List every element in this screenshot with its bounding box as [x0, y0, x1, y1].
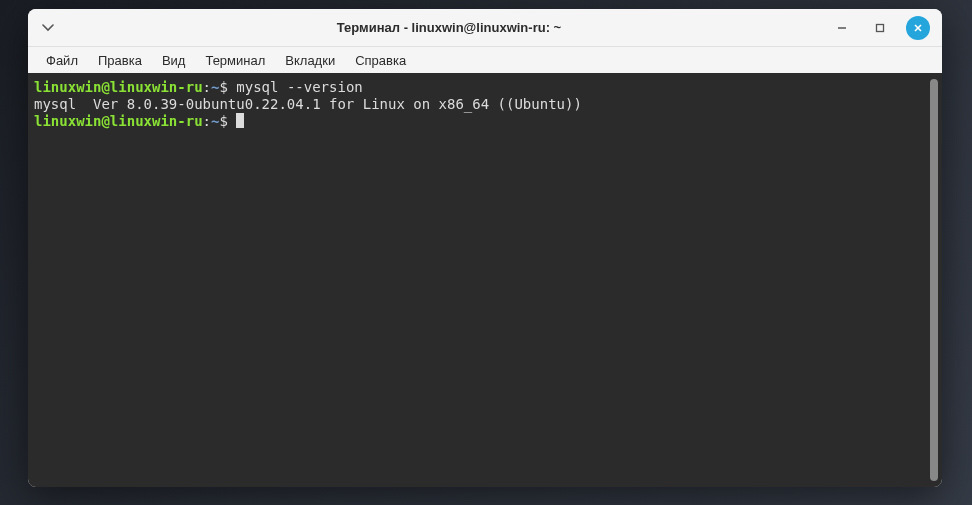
command-output: mysql Ver 8.0.39-0ubuntu0.22.04.1 for Li…: [34, 96, 582, 112]
terminal-output-area[interactable]: linuxwin@linuxwin-ru:~$ mysql --version …: [28, 73, 942, 487]
command-text: mysql --version: [228, 79, 363, 95]
terminal-window: Терминал - linuxwin@linuxwin-ru: ~ Файл …: [28, 9, 942, 487]
menu-terminal[interactable]: Терминал: [195, 50, 275, 71]
menu-file[interactable]: Файл: [36, 50, 88, 71]
prompt-colon: :: [203, 79, 211, 95]
prompt-colon: :: [203, 113, 211, 129]
terminal-line: linuxwin@linuxwin-ru:~$: [34, 113, 244, 129]
menu-help[interactable]: Справка: [345, 50, 416, 71]
menu-tabs[interactable]: Вкладки: [275, 50, 345, 71]
prompt-dollar: $: [219, 79, 227, 95]
maximize-button[interactable]: [868, 16, 892, 40]
prompt-userhost: linuxwin@linuxwin-ru: [34, 113, 203, 129]
menu-view[interactable]: Вид: [152, 50, 196, 71]
prompt-userhost: linuxwin@linuxwin-ru: [34, 79, 203, 95]
cursor-block: [236, 113, 244, 128]
minimize-button[interactable]: [830, 16, 854, 40]
scrollbar[interactable]: [930, 79, 938, 481]
svg-rect-1: [877, 24, 884, 31]
prompt-dollar: $: [219, 113, 227, 129]
close-button[interactable]: [906, 16, 930, 40]
menubar: Файл Правка Вид Терминал Вкладки Справка: [28, 47, 942, 73]
chevron-down-icon: [41, 21, 55, 35]
titlebar-menu-button[interactable]: [28, 21, 68, 35]
terminal-line: linuxwin@linuxwin-ru:~$ mysql --version: [34, 79, 363, 95]
titlebar[interactable]: Терминал - linuxwin@linuxwin-ru: ~: [28, 9, 942, 47]
menu-edit[interactable]: Правка: [88, 50, 152, 71]
window-title: Терминал - linuxwin@linuxwin-ru: ~: [68, 20, 830, 35]
command-text: [228, 113, 236, 129]
window-controls: [830, 16, 942, 40]
